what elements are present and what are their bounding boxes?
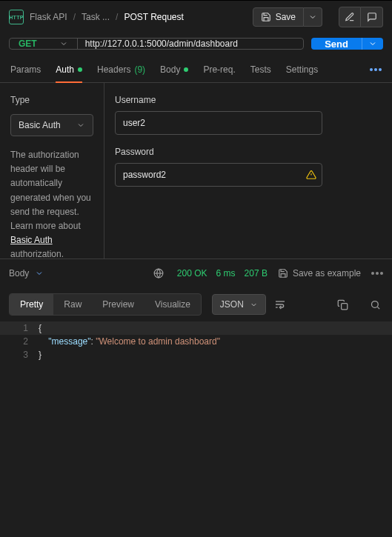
http-icon: HTTP [9,10,24,24]
response-status: 200 OK [177,268,207,278]
chevron-down-icon [368,39,377,48]
chevron-down-icon [35,269,44,278]
code-key: "message" [48,336,90,347]
search-icon [370,299,381,310]
breadcrumb-request[interactable]: POST Request [124,12,183,22]
breadcrumb-sep: / [116,12,118,22]
gutter: 1 [0,321,39,335]
username-label: Username [115,95,382,105]
chevron-down-icon [250,301,258,309]
code-brace: } [39,350,41,360]
url-input[interactable] [78,39,304,49]
status-dot-icon [78,67,82,72]
gutter: 2 [0,335,39,348]
tab-tests[interactable]: Tests [250,60,271,79]
auth-type-value: Basic Auth [19,120,61,130]
method-label: GET [19,39,37,49]
view-tab-preview[interactable]: Preview [92,294,144,315]
response-size: 207 B [245,268,268,278]
save-icon [278,268,288,278]
tab-prereq[interactable]: Pre-req. [203,60,235,79]
chevron-down-icon [76,121,85,130]
view-tab-visualize[interactable]: Visualize [144,294,201,315]
tab-headers-label: Headers [97,64,130,75]
view-tab-pretty[interactable]: Pretty [10,294,53,315]
response-body-label: Body [9,268,29,278]
auth-type-label: Type [10,95,93,105]
tab-headers[interactable]: Headers (9) [97,60,145,79]
tab-headers-count: (9) [134,64,145,75]
response-body-dropdown[interactable]: Body [9,268,44,278]
auth-type-select[interactable]: Basic Auth [10,114,93,136]
method-dropdown[interactable]: GET [10,39,78,49]
auth-help-link[interactable]: Basic Auth [10,235,53,245]
breadcrumb-sep: / [73,12,76,22]
copy-button[interactable] [334,296,351,313]
wrap-icon [274,298,286,310]
tab-body[interactable]: Body [160,60,188,79]
wrap-lines-button[interactable] [272,296,288,313]
save-button-group: Save [253,7,322,27]
password-label: Password [115,147,382,157]
pencil-icon [345,12,355,22]
svg-rect-6 [341,303,347,309]
username-input[interactable] [115,111,322,135]
send-button[interactable]: Send [311,38,362,50]
chevron-down-icon [308,13,317,21]
svg-point-7 [371,301,378,307]
auth-help-text: The authorization header will be automat… [10,148,93,262]
format-select[interactable]: JSON [212,294,266,315]
response-more-button[interactable] [371,272,383,275]
response-time: 6 ms [216,268,236,278]
chevron-down-icon [59,39,68,48]
save-dropdown-button[interactable] [304,7,322,27]
breadcrumb-folder[interactable]: Task ... [82,12,110,22]
password-input[interactable] [115,163,322,187]
comment-button[interactable] [361,7,383,27]
code-filler [0,361,392,537]
format-label: JSON [220,299,244,310]
save-label: Save [276,12,296,22]
code-brace: { [39,323,41,333]
send-dropdown-button[interactable] [362,38,383,50]
view-tab-raw[interactable]: Raw [53,294,92,315]
tab-auth[interactable]: Auth [56,60,82,79]
edit-button[interactable] [339,7,361,27]
auth-help-pre: The authorization header will be automat… [10,150,91,231]
tab-overflow-button[interactable] [370,68,382,71]
svg-line-8 [377,307,379,309]
warning-icon [306,170,316,180]
save-as-example-label: Save as example [293,268,361,278]
save-as-example-button[interactable]: Save as example [278,268,361,278]
save-button[interactable]: Save [253,7,304,27]
globe-icon[interactable] [150,265,167,281]
tab-settings[interactable]: Settings [286,60,318,79]
copy-icon [337,299,348,310]
save-icon [261,12,271,22]
status-dot-icon [184,67,188,72]
breadcrumb-collection[interactable]: Flask API [30,12,67,22]
comment-icon [367,12,377,22]
tab-body-label: Body [160,64,180,75]
breadcrumb: Flask API / Task ... / POST Request [30,12,247,22]
response-body: 1{ 2 "message": "Welcome to admin dashbo… [0,321,392,361]
tab-auth-label: Auth [56,64,74,75]
gutter: 3 [0,348,39,361]
tab-params[interactable]: Params [10,60,41,79]
search-response-button[interactable] [367,296,383,313]
code-value: "Welcome to admin dashboard" [96,336,220,347]
